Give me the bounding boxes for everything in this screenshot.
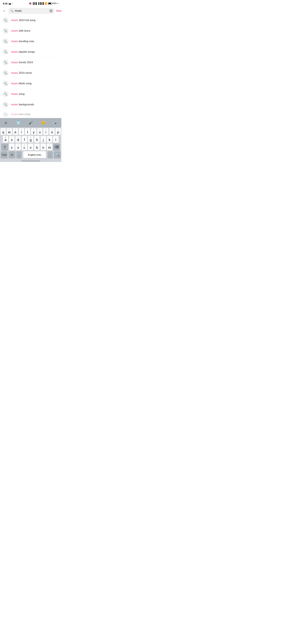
key-s[interactable]: # s [9,136,14,143]
keyboard-mic-button[interactable]: 🎤 [27,120,34,126]
camera-icon: 📷 [8,2,11,5]
suggestion-search-icon-7: 🔍 [2,80,8,86]
key-d[interactable]: £ d [16,136,21,143]
delete-key[interactable]: ⌫ [53,144,60,150]
battery-indicator: 85% [48,2,58,4]
key-k[interactable]: ( k [47,136,52,143]
shift-icon: ⇧ [4,145,6,149]
suggestion-item[interactable]: 🔍 music playlist songs [0,47,61,57]
space-key[interactable]: English (UK) [23,151,46,158]
key-a[interactable]: @ a [3,136,8,143]
keyboard-search-key[interactable]: 🔍 [54,151,61,158]
key-j[interactable]: + j [40,136,46,143]
key-o[interactable]: 9 o [50,128,54,135]
suggestion-item[interactable]: 🔍 music trending now [0,36,61,47]
keyboard-emoji-button[interactable]: 😊 [40,120,46,126]
home-indicator-bar [21,161,40,161]
key-x[interactable]: # x [16,144,21,150]
comma-key[interactable]: , [16,151,22,158]
back-button[interactable]: ← [2,8,7,14]
suggestion-text-8: music song [11,92,24,96]
key-m[interactable]: ? m [47,144,52,150]
suggestion-item[interactable]: 🔍 music with lyrics [0,26,61,36]
dot-indicator: • [12,3,13,4]
search-input[interactable] [15,9,48,12]
number-switch-key[interactable]: ?123 [1,151,8,158]
sticker-icon: ☺ [4,121,8,125]
suggestion-text-4: music playlist songs [11,50,35,54]
suggestion-text-6: music 2024 remix [11,71,32,75]
suggestion-item[interactable]: 🔍 music 2024 remix [0,68,61,78]
emoji-label: ☺ [10,153,14,157]
keyboard: 1 q 2 w 3 e 4 r 5 t 6 y 7 u 8 i [0,127,61,160]
time-display: 8:35 [3,2,8,5]
suggestion-search-icon-9: 🔍 [2,102,8,108]
keyboard-shirt-button[interactable]: 👕 [15,120,22,126]
key-i[interactable]: 8 i [44,128,48,135]
key-l[interactable]: ) l [53,136,58,143]
suggestion-text-5: music trends 2024 [11,61,33,64]
key-c[interactable]: £ c [22,144,27,150]
search-bar-container: ← 🔍 × Search [0,6,61,15]
suggestion-item[interactable]: 🔍 music song [0,89,61,99]
suggestion-text-7: music tiktok song [11,82,32,85]
suggestion-item[interactable]: 🔍 music 2024 full song [0,15,61,26]
suggestion-item[interactable]: 🔍 music trends 2024 [0,57,61,68]
period-key[interactable]: . [48,151,53,158]
key-b[interactable]: ; b [34,144,40,150]
home-indicator-area [0,160,61,162]
suggestion-text-2: music with lyrics [11,29,30,32]
search-button[interactable]: Search [56,9,61,12]
status-bar: 8:35 📷 • 🔇 ▐▐▐ ▐▐▐▐ 📶 85% [0,0,61,6]
shirt-icon: 👕 [16,121,20,125]
emoji-key[interactable]: ☺ [8,151,16,158]
clear-button[interactable]: × [50,9,52,12]
suggestion-search-icon-10: 🔍 [2,111,8,117]
keyboard-row-1: 1 q 2 w 3 e 4 r 5 t 6 y 7 u 8 i [0,127,61,135]
suggestion-text-10: music love song [11,112,30,116]
key-q[interactable]: 1 q [1,128,6,135]
period-label: . [50,153,51,157]
suggestion-search-icon-1: 🔍 [2,17,8,23]
suggestion-text-9: music backgrounds [11,103,34,106]
suggestion-item[interactable]: 🔍 music love song [0,110,61,118]
keyboard-search-icon: 🔍 [55,153,60,157]
status-time: 8:35 📷 • [3,2,13,5]
comma-label: , [18,153,20,157]
key-w[interactable]: 2 w [7,128,12,135]
signal-bars-2: ▐▐▐▐ [38,2,44,5]
key-h[interactable]: - h [34,136,40,143]
suggestion-search-icon-8: 🔍 [2,91,8,97]
key-e[interactable]: 3 e [13,128,18,135]
delete-icon: ⌫ [54,145,59,149]
suggestion-search-icon-2: 🔍 [2,28,8,34]
keyboard-collapse-button[interactable]: ⌄ [52,120,59,126]
key-t[interactable]: 5 t [25,128,30,135]
key-y[interactable]: 6 y [31,128,36,135]
key-n[interactable]: ! n [40,144,46,150]
num-switch-label: ?123 [2,154,6,156]
key-r[interactable]: 4 r [19,128,24,135]
mic-icon: 🎤 [28,121,33,125]
space-label: English (UK) [28,154,41,156]
suggestion-item[interactable]: 🔍 music tiktok song [0,78,61,89]
signal-bars-1: ▐▐▐ [32,2,37,5]
key-v[interactable]: : v [28,144,33,150]
suggestion-search-icon-6: 🔍 [2,70,8,76]
emoji-icon: 😊 [41,121,45,125]
key-g[interactable]: & g [28,136,33,143]
key-f[interactable]: _ f [22,136,27,143]
key-u[interactable]: 7 u [37,128,42,135]
keyboard-bottom-row: ?123 ☺ , English (UK) . 🔍 [0,150,61,159]
search-icon: 🔍 [10,10,14,12]
suggestion-search-icon-5: 🔍 [2,60,8,66]
shift-key[interactable]: ⇧ [1,144,8,150]
suggestion-text-1: music 2024 full song [11,18,36,22]
suggestion-search-icon-4: 🔍 [2,49,8,55]
key-z[interactable]: " z [9,144,14,150]
keyboard-sticker-button[interactable]: ☺ [2,120,9,126]
key-p[interactable]: 0 p [56,128,61,135]
keyboard-toolbar: ☺ 👕 🎤 😊 ⌄ [0,118,61,127]
suggestion-item[interactable]: 🔍 music backgrounds [0,99,61,110]
suggestion-search-icon-3: 🔍 [2,38,8,44]
